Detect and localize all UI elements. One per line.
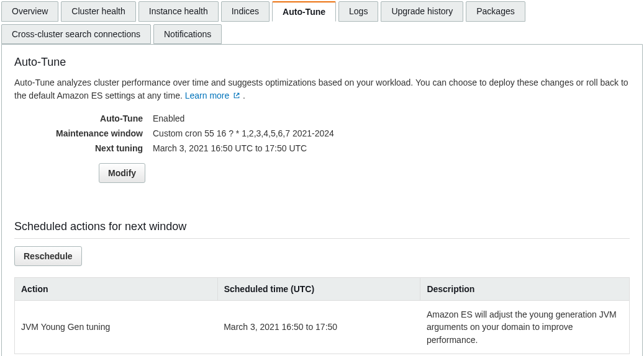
tab-upgrade-history[interactable]: Upgrade history [381,1,463,22]
description-text: Auto-Tune analyzes cluster performance o… [14,78,628,100]
reschedule-button-row: Reschedule [14,246,630,266]
tab-instance-health[interactable]: Instance health [138,1,219,22]
tab-cluster-health[interactable]: Cluster health [61,1,135,22]
modify-button[interactable]: Modify [99,163,145,183]
learn-more-label: Learn more [185,91,230,100]
tab-cross-cluster-search[interactable]: Cross-cluster search connections [1,24,151,44]
external-link-icon [233,92,240,99]
kv-row-nt: Next tuning March 3, 2021 16:50 UTC to 1… [14,141,334,156]
kv-value-nt: March 3, 2021 16:50 UTC to 17:50 UTC [148,141,334,156]
cell-desc: Amazon ES will adjust the young generati… [420,301,630,354]
tab-packages[interactable]: Packages [466,1,525,22]
modify-button-row: Modify [99,163,630,183]
kv-row-autotune: Auto-Tune Enabled [14,111,334,126]
tabs-row-1: Overview Cluster health Instance health … [1,1,643,22]
tabs-row-2: Cross-cluster search connections Notific… [1,24,643,44]
cell-time: March 3, 2021 16:50 to 17:50 [217,301,420,354]
cell-action: JVM Young Gen tuning [15,301,218,354]
tab-indices[interactable]: Indices [221,1,270,22]
col-header-time: Scheduled time (UTC) [217,278,420,301]
kv-row-mw: Maintenance window Custom cron 55 16 ? *… [14,126,334,141]
tab-overview[interactable]: Overview [1,1,58,22]
panel-title: Auto-Tune [14,56,630,69]
scheduled-actions-table: Action Scheduled time (UTC) Description … [14,277,630,354]
col-header-desc: Description [420,278,630,301]
table-row: JVM Young Gen tuning March 3, 2021 16:50… [15,301,630,354]
tab-notifications[interactable]: Notifications [153,24,222,44]
kv-label-autotune: Auto-Tune [14,111,148,126]
reschedule-button[interactable]: Reschedule [14,246,82,266]
tab-logs[interactable]: Logs [338,1,378,22]
panel-description: Auto-Tune analyzes cluster performance o… [14,76,630,102]
learn-more-link[interactable]: Learn more [185,91,243,100]
tab-auto-tune[interactable]: Auto-Tune [272,1,336,22]
settings-table: Auto-Tune Enabled Maintenance window Cus… [14,111,334,156]
table-header-row: Action Scheduled time (UTC) Description [15,278,630,301]
kv-value-mw: Custom cron 55 16 ? * 1,2,3,4,5,6,7 2021… [148,126,334,141]
scheduled-actions-title: Scheduled actions for next window [14,220,630,239]
kv-value-autotune: Enabled [148,111,334,126]
tabs-container: Overview Cluster health Instance health … [0,0,644,44]
description-period: . [243,91,245,100]
kv-label-mw: Maintenance window [14,126,148,141]
content-panel: Auto-Tune Auto-Tune analyzes cluster per… [1,44,643,356]
col-header-action: Action [15,278,218,301]
kv-label-nt: Next tuning [14,141,148,156]
